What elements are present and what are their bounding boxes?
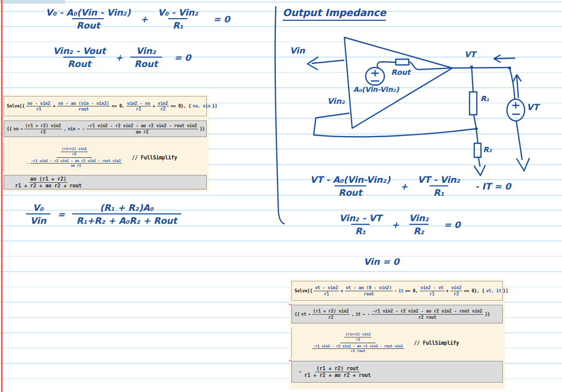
- hw-vin-equals-zero: Vin = 0: [364, 256, 399, 267]
- plus-op: +: [400, 181, 408, 192]
- numerator: vin2: [157, 101, 169, 106]
- fullsimplify-call: // FullSimplify: [132, 155, 177, 161]
- code-cell-fullsimplify-right[interactable]: (r1+r2) vin2r2 -r1 vin2 - r2 vin2 - ao r…: [291, 328, 503, 358]
- equals-zero: = 0: [444, 220, 460, 230]
- denominator: r1 + r2 + ao r2 + rout: [14, 183, 83, 189]
- code-text: }}: [485, 312, 490, 317]
- numerator: V₀ - A₀(Vin - Vin₂): [43, 7, 133, 18]
- denominator: r2: [71, 152, 77, 156]
- hw-equation-node1: V₀ - A₀(Vin - Vin₂)Rout + V₀ - Vin₂R₁ = …: [43, 7, 230, 31]
- top-selection-strip: [0, 0, 65, 4]
- fraction: (r1 + r2) vin2r2: [312, 308, 350, 319]
- denominator: R₁: [168, 18, 188, 31]
- denominator: R₂: [409, 224, 429, 236]
- fraction: vo - ao (vin - vin2)rout: [57, 101, 110, 112]
- code-cell-solve-right[interactable]: Solve[{ vt - vin2r1 + vt - ao (0 - vin2)…: [291, 281, 503, 301]
- numerator: Vin₂: [406, 213, 431, 224]
- comma: ,: [351, 312, 354, 317]
- rule-arrow: →: [20, 126, 23, 131]
- fraction: Vin₂R₂: [406, 213, 431, 236]
- numerator: (r1 + r2) rout: [315, 366, 360, 372]
- code-text: {{: [295, 312, 300, 317]
- denominator: Rout: [72, 18, 104, 31]
- code-output-rules-left[interactable]: {{ vo → (r1 + r2) vin2r2 , vin → - -r1 v…: [4, 120, 207, 137]
- numerator: vt - vin2: [314, 285, 339, 291]
- denominator: Rout: [130, 57, 162, 69]
- hw-equation-kcl-vin2: Vin₂ - VTR₁ + Vin₂R₂ = 0: [337, 213, 460, 236]
- numerator: (r1 + r2) vin2: [24, 123, 62, 129]
- code-text: == 0,: [405, 288, 418, 293]
- code-output-impedance-right[interactable]: - (r1 + r2) routr1 + r2 + ao r2 + rout: [291, 361, 503, 383]
- numerator: V₀ - Vin₂: [155, 7, 201, 18]
- fraction: Vin₂Rout: [130, 46, 162, 69]
- label-dependent-source: A₀(Vin-Vin₂): [353, 85, 399, 93]
- numerator: VT - Vin₂: [415, 174, 463, 185]
- section-title: Output Impedance: [283, 7, 386, 21]
- numerator: vo - vin2: [26, 101, 51, 106]
- numerator: -r1 vin2 - r2 vin2 - ao r2 vin2 - rout v…: [86, 123, 198, 129]
- label-vin: Vin: [290, 46, 305, 56]
- comma: ,: [63, 126, 66, 131]
- code-output-gain-left[interactable]: ao (r1 + r2)r1 + r2 + ao r2 + rout: [4, 175, 207, 190]
- numerator: (r1 + r2) vin2: [312, 308, 350, 314]
- numerator: VT - A₀(Vin-Vin₂): [307, 174, 393, 185]
- hw-gain-result-equation: V₀Vin = (R₁ + R₂)A₀R₁+R₂ + A₀R₂ + Rout: [26, 202, 181, 226]
- hw-equation-kcl-vt: VT - A₀(Vin-Vin₂)Rout + VT - Vin₂R₁ - IT…: [307, 174, 511, 198]
- code-text: }]: [503, 288, 508, 293]
- code-text: }]: [212, 103, 217, 109]
- code-group-right: Solve[{ vt - vin2r1 + vt - ao (0 - vin2)…: [290, 279, 505, 389]
- solve-vars: vt, it: [486, 288, 502, 293]
- denominator: r2 rout: [418, 315, 437, 320]
- denominator: R₁+R₂ + A₀R₂ + Rout: [72, 213, 181, 226]
- code-text: == 0,: [112, 103, 125, 109]
- fraction: vin2 - vtr1: [420, 285, 445, 296]
- big-fraction: (r1+r2) vin2r2 -r1 vin2 - r2 vin2 - ao r…: [308, 331, 408, 355]
- rule-arrow: → -: [362, 312, 370, 317]
- denominator: Rout: [63, 57, 95, 69]
- denominator: rout: [77, 106, 90, 112]
- fraction: vt - vin2r1: [314, 285, 339, 296]
- code-text: == 0}, {: [170, 103, 191, 109]
- fraction: -r1 vin2 - r2 vin2 - ao r2 vin2 - rout v…: [371, 308, 483, 319]
- code-text: == 0}, {: [464, 288, 484, 293]
- fraction: V₀ - Vin₂R₁: [155, 7, 201, 31]
- minus-op: -: [26, 161, 29, 166]
- var: vo: [14, 126, 19, 131]
- label-r2: R₂: [483, 145, 492, 154]
- label-r1: R₁: [480, 94, 489, 103]
- minus-it-equals-zero: - IT = 0: [475, 181, 511, 192]
- cell-marker: [289, 360, 291, 361]
- fraction: -r1 vin2 - r2 vin2 - ao r2 vin2 - rout v…: [312, 344, 404, 354]
- plus-op: +: [341, 288, 343, 293]
- code-text: Solve[{: [7, 103, 24, 109]
- numerator: vt - ao (0 - vin2): [345, 285, 393, 291]
- code-cell-fullsimplify-left[interactable]: (r1+r2) vin2r2 --r1 vin2 - r2 vin2 - ao …: [4, 143, 207, 172]
- code-output-rules-right[interactable]: {{ vt → (r1 + r2) vin2r2 , it → - -r1 vi…: [291, 305, 503, 323]
- numerator: ao (r1 + r2): [29, 176, 68, 183]
- fraction: VT - A₀(Vin-Vin₂)Rout: [307, 174, 393, 198]
- denominator: r1: [323, 291, 330, 296]
- fraction: vin2r2: [450, 285, 463, 296]
- rule-arrow: → -: [77, 126, 85, 131]
- label-rout: Rout: [391, 68, 410, 76]
- code-text: }}: [199, 126, 205, 131]
- big-fraction: (r1+r2) vin2r2 --r1 vin2 - r2 vin2 - ao …: [22, 146, 126, 169]
- code-group-left: Solve[{ vo - vin2r1 + vo - ao (vin - vin…: [2, 94, 209, 192]
- plus-op: +: [153, 103, 155, 109]
- fraction: (R₁ + R₂)A₀R₁+R₂ + A₀R₂ + Rout: [72, 202, 181, 226]
- code-cell-solve-left[interactable]: Solve[{ vo - vin2r1 + vo - ao (vin - vin…: [4, 96, 207, 116]
- fullsimplify-call: // FullSimplify: [414, 340, 459, 346]
- numerator: Vin₂ - VT: [337, 213, 384, 224]
- minus-op: -: [394, 288, 397, 293]
- equals-zero: = 0: [213, 14, 230, 24]
- fraction: VT - Vin₂R₁: [415, 174, 463, 198]
- red-margin-line: [1, 0, 3, 392]
- numerator: vo - ao (vin - vin2): [57, 101, 110, 106]
- numerator: -r1 vin2 - r2 vin2 - ao r2 vin2 - rout v…: [312, 344, 404, 349]
- solve-vars: vo, vin: [193, 103, 210, 109]
- plus-op: +: [53, 103, 56, 109]
- denominator: Rout: [334, 185, 366, 198]
- var: vt: [301, 312, 306, 317]
- fraction: -r1 vin2 - r2 vin2 - ao r2 vin2 - rout v…: [30, 159, 122, 168]
- numerator: -r1 vin2 - r2 vin2 - ao r2 vin2 - rout v…: [30, 159, 122, 164]
